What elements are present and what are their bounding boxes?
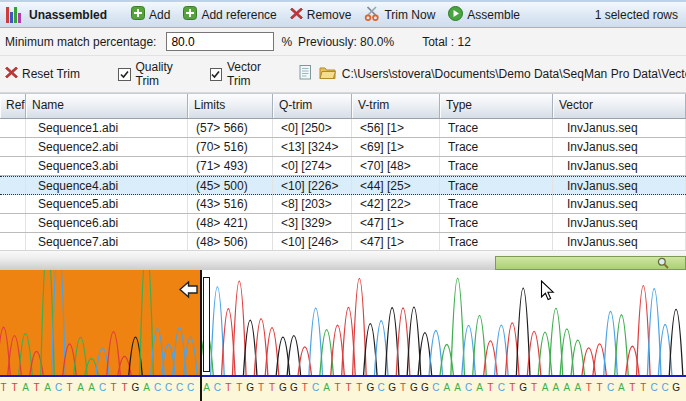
cell-limits: (48> 421)	[188, 214, 273, 232]
trace-peaks	[0, 270, 686, 377]
base-letter: A	[550, 382, 561, 394]
base-letter: T	[108, 382, 119, 394]
base-letter: A	[441, 382, 452, 394]
base-letter: A	[86, 382, 97, 394]
column-header-vector[interactable]: Vector	[553, 94, 686, 118]
trace-baseline	[0, 375, 686, 377]
cell-limits: (71> 493)	[188, 157, 273, 175]
base-letter: A	[75, 382, 86, 394]
cell-type: Trace	[440, 177, 553, 194]
base-letter: T	[485, 382, 496, 394]
vector-trim-label: Vector Trim	[227, 60, 285, 88]
base-letter: T	[638, 382, 649, 394]
chromatogram-app-icon	[6, 6, 21, 23]
open-folder-icon[interactable]	[319, 66, 336, 82]
cell-vtrim: <70] [48>	[352, 157, 440, 175]
cell-vector: InvJanus.seq	[553, 195, 686, 213]
base-letter: T	[398, 382, 409, 394]
column-header-vtrim[interactable]: V-trim	[352, 94, 440, 118]
column-header-name[interactable]: Name	[26, 94, 188, 118]
base-letter: T	[594, 382, 605, 394]
cell-vtrim: <47] [1>	[352, 214, 440, 232]
base-letter: G	[245, 382, 256, 394]
base-letter: C	[463, 382, 474, 394]
base-letter: A	[474, 382, 485, 394]
add-reference-icon	[183, 6, 197, 23]
scissors-icon	[364, 6, 380, 24]
add-icon	[131, 6, 145, 23]
trim-boundary-handle[interactable]	[203, 277, 210, 372]
base-letter: G	[387, 382, 398, 394]
column-header-limits[interactable]: Limits	[188, 94, 273, 118]
cell-qtrim: <0] [274>	[273, 157, 352, 175]
base-letter: C	[660, 382, 671, 394]
quality-trim-checkbox[interactable]	[118, 68, 130, 81]
table-row[interactable]: Sequence2.abi(70> 516)<13] [324><69] [1>…	[0, 138, 686, 157]
cell-vtrim: <69] [1>	[352, 138, 440, 156]
previously-text: Previously: 80.0%	[298, 35, 394, 49]
base-letter: G	[671, 382, 682, 394]
base-letter: G	[130, 382, 141, 394]
remove-button[interactable]: Remove	[290, 7, 352, 23]
base-letter: T	[507, 382, 518, 394]
table-row[interactable]: Sequence3.abi(71> 493)<0] [274><70] [48>…	[0, 157, 686, 176]
base-letter: T	[119, 382, 130, 394]
cell-vector: InvJanus.seq	[553, 138, 686, 156]
reset-trim-button[interactable]: Reset Trim	[5, 66, 80, 82]
base-letter: T	[267, 382, 278, 394]
base-letter: C	[152, 382, 163, 394]
base-letter: A	[20, 382, 31, 394]
total-text: Total : 12	[422, 35, 471, 49]
cell-limits: (70> 516)	[188, 138, 273, 156]
base-letter: T	[299, 382, 310, 394]
column-header-type[interactable]: Type	[440, 94, 553, 118]
base-letter: A	[141, 382, 152, 394]
assemble-button[interactable]: Assemble	[448, 6, 520, 24]
magnifier-icon	[657, 257, 669, 269]
base-letter: T	[223, 382, 234, 394]
cell-ref	[0, 214, 26, 232]
cell-qtrim: <10] [226>	[273, 177, 352, 194]
sequence-table: Ref Name Limits Q-trim V-trim Type Vecto…	[0, 93, 686, 252]
base-letter: T	[332, 382, 343, 394]
table-row[interactable]: Sequence6.abi(48> 421)<3] [329><47] [1>T…	[0, 214, 686, 233]
min-match-input[interactable]	[166, 32, 274, 51]
base-letter: A	[561, 382, 572, 394]
document-icon[interactable]	[299, 65, 312, 83]
min-match-label: Minimum match percentage:	[5, 35, 156, 49]
base-letter: C	[53, 382, 64, 394]
column-header-qtrim[interactable]: Q-trim	[273, 94, 352, 118]
cell-type: Trace	[440, 195, 553, 213]
base-letter: A	[321, 382, 332, 394]
trim-now-button[interactable]: Trim Now	[364, 6, 435, 24]
vector-trim-checkbox[interactable]	[210, 68, 222, 81]
panel-title: Unassembled	[29, 8, 107, 22]
base-letter: T	[64, 382, 75, 394]
trim-arrow-left-icon[interactable]	[178, 279, 199, 303]
cell-vtrim: <56] [1>	[352, 119, 440, 137]
base-letter: T	[256, 382, 267, 394]
cell-vtrim: <47] [1>	[352, 233, 440, 251]
add-reference-button[interactable]: Add reference	[183, 6, 276, 23]
table-row[interactable]: Sequence1.abi(57> 566)<0] [250><56] [1>T…	[0, 119, 686, 138]
cell-name: Sequence6.abi	[26, 214, 188, 232]
match-percentage-row: Minimum match percentage: % Previously: …	[0, 28, 686, 56]
add-button[interactable]: Add	[131, 6, 170, 23]
remove-x-icon	[290, 7, 303, 23]
cell-type: Trace	[440, 138, 553, 156]
column-header-ref[interactable]: Ref	[0, 94, 26, 118]
play-icon	[448, 6, 463, 24]
base-letter: C	[605, 382, 616, 394]
reset-x-icon	[5, 66, 18, 82]
base-letter: T	[9, 382, 20, 394]
cell-name: Sequence1.abi	[26, 119, 188, 137]
base-letters: TTATACTAACTTGACCCCACTTGTTGGTCATTTGCGTGGC…	[0, 378, 686, 401]
table-row[interactable]: Sequence4.abi(45> 500)<10] [226><44] [25…	[0, 176, 686, 195]
trim-boundary-line	[200, 270, 202, 401]
cell-qtrim: <13] [324>	[273, 138, 352, 156]
base-letter: A	[616, 382, 627, 394]
trace-zoom-slider[interactable]	[495, 256, 686, 270]
table-row[interactable]: Sequence5.abi(43> 516)<8] [203><42] [22>…	[0, 195, 686, 214]
cell-vector: InvJanus.seq	[553, 157, 686, 175]
quality-trim-label: Quality Trim	[136, 60, 197, 88]
